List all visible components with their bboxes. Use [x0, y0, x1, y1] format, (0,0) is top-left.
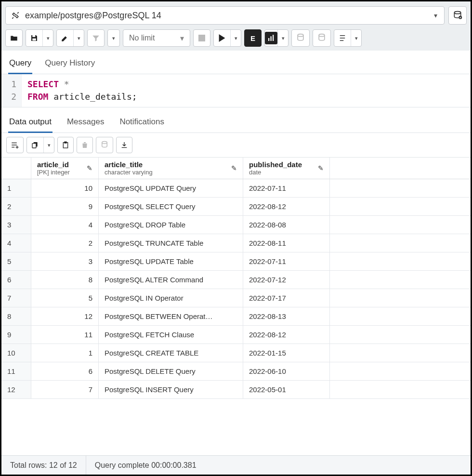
- table-row[interactable]: 911PostgreSQL FETCH Clause2022-08-12: [1, 326, 471, 344]
- col-header-published-date[interactable]: published_datedate ✎: [243, 158, 330, 179]
- commit-button[interactable]: [291, 29, 310, 47]
- cell-article-title[interactable]: PostgreSQL UPDATE Query: [99, 179, 243, 197]
- cell-article-title[interactable]: PostgreSQL TRUNCATE Table: [99, 234, 243, 252]
- cell-article-title[interactable]: PostgreSQL DROP Table: [99, 216, 243, 234]
- tab-data-output[interactable]: Data output: [8, 114, 52, 133]
- pencil-icon[interactable]: ✎: [318, 164, 324, 172]
- cell-published-date[interactable]: 2022-08-12: [243, 326, 330, 344]
- cell-published-date[interactable]: 2022-08-08: [243, 216, 330, 234]
- tab-notifications[interactable]: Notifications: [118, 114, 165, 132]
- cell-article-title[interactable]: PostgreSQL BETWEEN Operat…: [99, 307, 243, 325]
- cell-article-title[interactable]: PostgreSQL UPDATE Table: [99, 252, 243, 270]
- chevron-down-icon[interactable]: ▾: [73, 30, 84, 46]
- main-toolbar: ▾ ▾ ▾ No limit▾ ▾ E ▾ ▾: [5, 26, 467, 51]
- tab-messages[interactable]: Messages: [66, 114, 105, 132]
- tab-query-history[interactable]: Query History: [44, 55, 96, 74]
- cell-article-id[interactable]: 5: [31, 289, 99, 307]
- cell-published-date[interactable]: 2022-08-13: [243, 307, 330, 325]
- cell-published-date[interactable]: 2022-07-11: [243, 252, 330, 270]
- pencil-icon[interactable]: ✎: [231, 164, 237, 172]
- table-row[interactable]: 812PostgreSQL BETWEEN Operat…2022-08-13: [1, 307, 471, 326]
- code-area[interactable]: SELECT * FROM article_details;: [22, 74, 143, 107]
- stop-button[interactable]: [193, 29, 210, 47]
- cell-article-id[interactable]: 10: [31, 179, 99, 197]
- tab-query[interactable]: Query: [8, 55, 32, 74]
- row-index: 1: [1, 179, 31, 197]
- save-data-button[interactable]: [96, 137, 113, 153]
- cell-article-id[interactable]: 6: [31, 362, 99, 380]
- table-row[interactable]: 127PostgreSQL INSERT Query2022-05-01: [1, 381, 471, 399]
- table-row[interactable]: 68PostgreSQL ALTER Command2022-07-12: [1, 271, 471, 289]
- explain-button[interactable]: E: [244, 29, 262, 47]
- table-row[interactable]: 42PostgreSQL TRUNCATE Table2022-08-11: [1, 234, 471, 252]
- delete-button[interactable]: [77, 137, 93, 153]
- cell-published-date[interactable]: 2022-07-17: [243, 289, 330, 307]
- edit-button[interactable]: ▾: [56, 29, 84, 47]
- run-button[interactable]: ▾: [213, 29, 241, 47]
- cell-article-title[interactable]: PostgreSQL FETCH Clause: [99, 326, 243, 344]
- cell-article-id[interactable]: 2: [31, 234, 99, 252]
- cell-published-date[interactable]: 2022-07-12: [243, 271, 330, 289]
- cell-article-id[interactable]: 7: [31, 381, 99, 398]
- filter-dropdown[interactable]: ▾: [107, 29, 120, 47]
- table-row[interactable]: 116PostgreSQL DELETE Query2022-06-10: [1, 362, 471, 381]
- cell-article-id[interactable]: 4: [31, 216, 99, 234]
- server-button[interactable]: [448, 6, 467, 25]
- col-header-article-id[interactable]: article_id[PK] integer ✎: [31, 158, 99, 179]
- cell-article-title[interactable]: PostgreSQL CREATE TABLE: [99, 344, 243, 362]
- chevron-down-icon[interactable]: ▾: [351, 30, 361, 46]
- row-index: 3: [1, 216, 31, 234]
- col-header-article-title[interactable]: article_titlecharacter varying ✎: [99, 158, 243, 179]
- limit-selector[interactable]: No limit▾: [123, 29, 190, 47]
- analyze-button[interactable]: ▾: [264, 29, 288, 47]
- chevron-down-icon[interactable]: ▾: [230, 30, 241, 46]
- cell-article-title[interactable]: PostgreSQL ALTER Command: [99, 271, 243, 289]
- row-index: 6: [1, 271, 31, 289]
- row-index: 8: [1, 307, 31, 325]
- cell-article-title[interactable]: PostgreSQL IN Operator: [99, 289, 243, 307]
- result-tabs: Data output Messages Notifications: [1, 107, 471, 133]
- cell-article-title[interactable]: PostgreSQL INSERT Query: [99, 381, 243, 398]
- chevron-down-icon[interactable]: ▾: [277, 30, 288, 46]
- filter-button[interactable]: [87, 29, 105, 47]
- table-row[interactable]: 101PostgreSQL CREATE TABLE2022-01-15: [1, 344, 471, 362]
- cell-article-id[interactable]: 11: [31, 326, 99, 344]
- chevron-down-icon[interactable]: ▾: [42, 30, 53, 46]
- cell-article-id[interactable]: 8: [31, 271, 99, 289]
- table-row[interactable]: 34PostgreSQL DROP Table2022-08-08: [1, 216, 471, 234]
- svg-rect-7: [273, 35, 274, 41]
- cell-published-date[interactable]: 2022-06-10: [243, 362, 330, 380]
- add-row-button[interactable]: [6, 137, 24, 153]
- table-row[interactable]: 29PostgreSQL SELECT Query2022-08-12: [1, 198, 471, 216]
- table-row[interactable]: 75PostgreSQL IN Operator2022-07-17: [1, 289, 471, 307]
- open-button[interactable]: [5, 29, 23, 47]
- macro-button[interactable]: ▾: [334, 29, 362, 47]
- rollback-button[interactable]: [313, 29, 331, 47]
- pencil-icon[interactable]: ✎: [87, 164, 92, 172]
- cell-published-date[interactable]: 2022-08-12: [243, 198, 330, 215]
- header-row: article_id[PK] integer ✎ article_titlech…: [1, 158, 471, 179]
- svg-rect-3: [32, 39, 36, 41]
- connection-selector[interactable]: example/postgres@PostgreSQL 14 ▾: [5, 6, 445, 25]
- cell-published-date[interactable]: 2022-07-11: [243, 179, 330, 197]
- connection-title: example/postgres@PostgreSQL 14: [22, 11, 430, 21]
- save-button[interactable]: ▾: [26, 29, 53, 47]
- paste-button[interactable]: [57, 137, 74, 153]
- download-button[interactable]: [116, 137, 132, 153]
- cell-article-id[interactable]: 3: [31, 252, 99, 270]
- table-row[interactable]: 53PostgreSQL UPDATE Table2022-07-11: [1, 252, 471, 271]
- copy-button[interactable]: ▾: [26, 137, 54, 153]
- cell-article-title[interactable]: PostgreSQL SELECT Query: [99, 198, 243, 215]
- table-row[interactable]: 110PostgreSQL UPDATE Query2022-07-11: [1, 179, 471, 198]
- cell-published-date[interactable]: 2022-05-01: [243, 381, 330, 398]
- cell-article-id[interactable]: 1: [31, 344, 99, 362]
- cell-published-date[interactable]: 2022-08-11: [243, 234, 330, 252]
- status-bar: Total rows: 12 of 12 Query complete 00:0…: [1, 455, 471, 475]
- chevron-down-icon[interactable]: ▾: [43, 137, 54, 153]
- sql-editor[interactable]: 1 2 SELECT * FROM article_details;: [1, 74, 471, 107]
- cell-published-date[interactable]: 2022-01-15: [243, 344, 330, 362]
- cell-article-id[interactable]: 12: [31, 307, 99, 325]
- line-gutter: 1 2: [1, 74, 22, 107]
- cell-article-title[interactable]: PostgreSQL DELETE Query: [99, 362, 243, 380]
- cell-article-id[interactable]: 9: [31, 198, 99, 215]
